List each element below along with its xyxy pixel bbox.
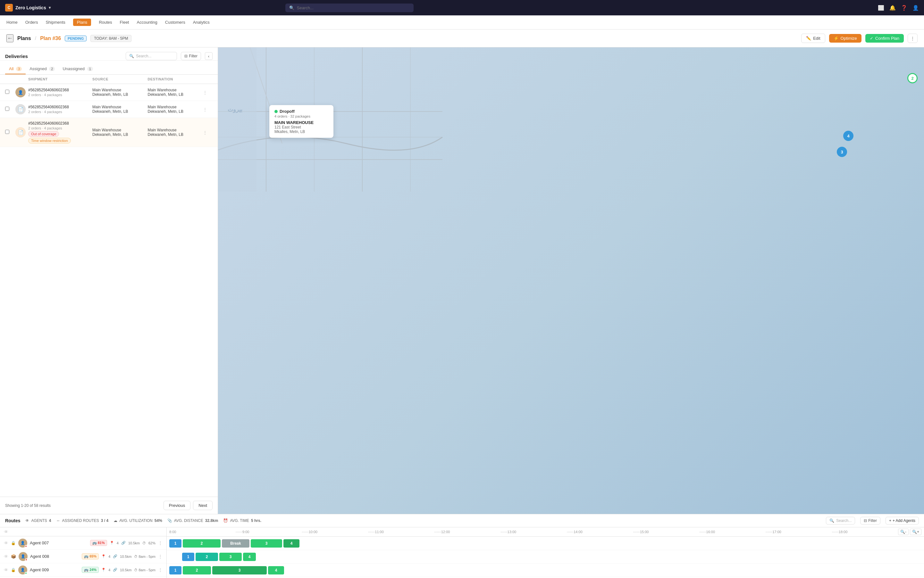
lock-009[interactable]: 🔒 <box>11 568 16 572</box>
bell-icon[interactable]: 🔔 <box>889 5 896 11</box>
dist-009: 10.5km <box>120 568 132 572</box>
edit-label: Edit <box>813 36 820 41</box>
zoom-in-button[interactable]: 🔍+ <box>910 529 921 535</box>
collapse-button[interactable]: ‹ <box>205 52 213 60</box>
bar-008-4[interactable]: 4 <box>243 553 256 561</box>
bar-007-2[interactable]: 2 <box>183 539 221 547</box>
app-logo[interactable]: C Zero Logistics ▾ <box>5 4 50 11</box>
bar-007-break[interactable]: Break <box>222 539 249 547</box>
eye-007[interactable]: 👁 <box>4 541 8 546</box>
nav-plans[interactable]: Plans <box>73 19 91 26</box>
delivery-tabs: All 3 Assigned 2 Unassigned 1 <box>0 64 218 75</box>
bar-009-1[interactable]: 1 <box>169 566 181 575</box>
map-pin-2[interactable]: 2 <box>907 73 917 83</box>
status-dot-008 <box>25 559 28 561</box>
agents-value: 4 <box>49 518 51 523</box>
bar-008-2[interactable]: 2 <box>195 553 218 561</box>
bar-007-3[interactable]: 3 <box>251 539 282 547</box>
confirm-plan-button[interactable]: ✓ Confirm Plan <box>865 34 904 42</box>
routes-filter-button[interactable]: ⊟ Filter <box>860 517 880 524</box>
row-checkbox[interactable] <box>5 90 15 95</box>
nav-home[interactable]: Home <box>7 19 18 26</box>
eye-008[interactable]: 👁 <box>4 554 8 559</box>
bar-009-3[interactable]: 3 <box>212 566 267 575</box>
check-icon: ✓ <box>870 36 874 41</box>
search-input[interactable] <box>297 5 410 10</box>
back-button[interactable]: ← <box>7 34 13 42</box>
previous-button[interactable]: Previous <box>164 501 191 510</box>
bar-007-4[interactable]: 4 <box>283 539 299 547</box>
row-destination: Main Warehouse Dekwaneh, Metn, LB <box>148 88 203 97</box>
more-008[interactable]: ⋮ <box>158 554 163 559</box>
map-pin-3[interactable]: 3 <box>837 147 847 157</box>
global-search[interactable]: 🔍 <box>285 3 413 12</box>
checkbox-3[interactable] <box>5 130 9 134</box>
help-icon[interactable]: ❓ <box>901 5 907 11</box>
nav-customers[interactable]: Customers <box>165 19 185 26</box>
bar-007-1[interactable]: 1 <box>169 539 181 547</box>
bar-008-1[interactable]: 1 <box>182 553 194 561</box>
row-checkbox[interactable] <box>5 107 15 112</box>
map-background[interactable]: بيروت Dropoff 4 orders · 32 packages MAI… <box>218 47 924 514</box>
checkbox-2[interactable] <box>5 107 9 111</box>
bar-008-3[interactable]: 3 <box>219 553 242 561</box>
source-name: Main Warehouse <box>92 88 148 92</box>
row-more[interactable]: ⋮ <box>203 90 213 95</box>
checkbox-1[interactable] <box>5 90 9 94</box>
deliveries-filter-button[interactable]: ⊟ Filter <box>181 52 201 60</box>
routes-search[interactable]: 🔍 Search... <box>826 517 855 524</box>
time-1600: ·······16:00 <box>699 530 766 534</box>
nav-orders[interactable]: Orders <box>25 19 38 26</box>
tab-all[interactable]: All 3 <box>5 64 26 74</box>
eye-009[interactable]: 👁 <box>4 567 8 573</box>
add-agents-button[interactable]: + + Add Agents <box>885 517 919 524</box>
svg-rect-7 <box>218 47 257 192</box>
distance-value: 32.8km <box>205 518 218 523</box>
filter-icon: ⊟ <box>184 54 187 58</box>
page-header: ← Plans / Plan #36 PENDING TODAY: 8AM - … <box>0 29 924 47</box>
deliveries-panel: Deliveries 🔍 Search... ⊟ Filter ‹ All 3 … <box>0 47 218 514</box>
more-009[interactable]: ⋮ <box>158 567 163 573</box>
tab-unassigned[interactable]: Unassigned 1 <box>59 64 96 74</box>
filter-icon: ⊟ <box>864 518 867 523</box>
routes-search-placeholder: Search... <box>836 518 852 523</box>
row-more[interactable]: ⋮ <box>203 107 213 112</box>
utilization-badge-008: 🚌 65% <box>82 553 99 559</box>
agent-stats-008: 📍4 🔗10.5km ⏱ 8am - 5pm <box>101 554 156 559</box>
app-dropdown-icon[interactable]: ▾ <box>49 5 50 10</box>
dropoff-label: Dropoff <box>280 109 294 114</box>
nav-routes[interactable]: Routes <box>99 19 112 26</box>
row-checkbox[interactable] <box>5 130 15 135</box>
top-navigation: C Zero Logistics ▾ 🔍 ⬜ 🔔 ❓ 👤 <box>0 0 924 15</box>
bar-009-4[interactable]: 4 <box>268 566 284 575</box>
row-more[interactable]: ⋮ <box>203 130 213 135</box>
nav-analytics[interactable]: Analytics <box>193 19 210 26</box>
edit-button[interactable]: ✏️ Edit <box>801 34 825 43</box>
nav-shipments[interactable]: Shipments <box>46 19 65 26</box>
next-button[interactable]: Next <box>193 501 213 510</box>
deliveries-search[interactable]: 🔍 Search... <box>126 52 177 60</box>
time-1200: ·······12:00 <box>434 530 501 534</box>
tooltip-header: Dropoff <box>275 109 328 114</box>
nav-accounting[interactable]: Accounting <box>137 19 157 26</box>
search-icon: 🔍 <box>129 54 134 58</box>
stat-assigned-routes: ↔ ASSIGNED ROUTES 3 / 4 <box>56 518 108 523</box>
nav-fleet[interactable]: Fleet <box>120 19 129 26</box>
row-shipment-info: #562852564060602368 2 orders · 4 package… <box>28 121 92 143</box>
plan-number: Plan #36 <box>40 36 61 41</box>
zoom-out-button[interactable]: 🔍- <box>898 529 909 535</box>
tab-assigned[interactable]: Assigned 2 <box>26 64 59 74</box>
stops-009: 4 <box>108 568 110 572</box>
lock-007[interactable]: 🔒 <box>11 541 16 546</box>
shipment-id: #562852564060602368 <box>28 88 92 92</box>
app-name: Zero Logistics <box>15 5 46 10</box>
gantt-zoom-controls: 🔍- 🔍+ <box>898 529 924 535</box>
more-007[interactable]: ⋮ <box>158 541 163 546</box>
optimize-button[interactable]: ⚡ Optimize <box>829 34 862 42</box>
bar-009-2[interactable]: 2 <box>183 566 211 575</box>
tab-unassigned-count: 1 <box>87 67 93 71</box>
map-pin-4[interactable]: 4 <box>843 131 854 141</box>
monitor-icon[interactable]: ⬜ <box>878 5 884 11</box>
more-options-button[interactable]: ⋮ <box>908 34 917 43</box>
user-icon[interactable]: 👤 <box>913 5 919 11</box>
